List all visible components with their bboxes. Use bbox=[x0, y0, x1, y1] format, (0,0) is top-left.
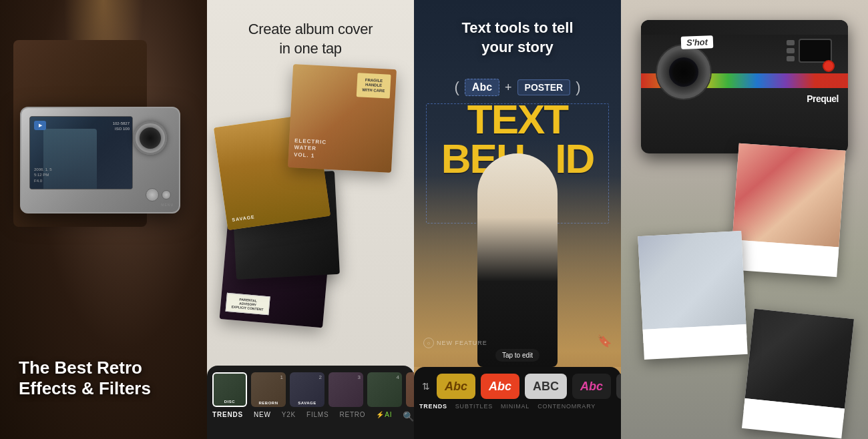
ctrl-btn-2 bbox=[787, 48, 795, 53]
ctrl-btn-1 bbox=[787, 40, 795, 45]
cd-1-sticker: FRAGILEHANDLEWITH CARE bbox=[357, 73, 391, 99]
text-option-1[interactable]: Abc bbox=[437, 374, 475, 399]
p3-tab-subtitles[interactable]: SUBTITLES bbox=[455, 403, 493, 410]
tab-new[interactable]: NEW bbox=[254, 411, 271, 422]
text-abc-label: Abc bbox=[465, 79, 499, 96]
panel-1-tagline: The Best RetroEffects & Filters bbox=[19, 358, 151, 399]
panel-2-header: Create album cover in one tap bbox=[207, 20, 414, 58]
panel-polaroid: Prequel S'hot bbox=[621, 0, 868, 439]
bookmark-icon[interactable]: 🔖 bbox=[597, 334, 612, 348]
p3-tab-minimal[interactable]: MINIMAL bbox=[501, 403, 529, 410]
p3-toolbar-top: ⇅ Abc Abc ABC Abc › bbox=[414, 367, 621, 402]
camera-body: Prequel S'hot bbox=[641, 20, 848, 153]
tagline-heading: The Best RetroEffects & Filters bbox=[19, 358, 151, 399]
camera-screen-inner: ▶ 102-5827 ISO 100 2006. 1. 5 5:12 PM F4… bbox=[30, 117, 132, 189]
polaroid-2 bbox=[638, 231, 747, 360]
camera-lens bbox=[134, 121, 167, 155]
new-feature-badge: ○ NEW FEATURE bbox=[423, 338, 487, 348]
thumb-3[interactable]: 3 bbox=[329, 372, 363, 407]
cds-area: FRAGILEHANDLEWITH CARE ELECTRICWATERVOL.… bbox=[227, 67, 394, 320]
panel-2-toolbar: disc REBORN 1 SAVAGE 2 3 4 5 TRENDS NEW bbox=[207, 366, 414, 439]
filter-icon-button[interactable]: ⇅ bbox=[422, 378, 430, 395]
camera-device: ▶ 102-5827 ISO 100 2006. 1. 5 5:12 PM F4… bbox=[20, 107, 180, 213]
tab-trends[interactable]: TRENDS bbox=[212, 411, 243, 422]
p3-tab-trends[interactable]: TRENDS bbox=[419, 403, 447, 410]
text-option-2[interactable]: Abc bbox=[481, 374, 519, 399]
new-feature-text: NEW FEATURE bbox=[437, 340, 487, 346]
thumb-reborn[interactable]: REBORN 1 bbox=[251, 372, 286, 407]
text-options-row: Abc Abc ABC Abc › bbox=[437, 374, 621, 399]
tab-films[interactable]: FILMS bbox=[306, 411, 329, 422]
text-tools-row: ( Abc + POSTER ) bbox=[414, 79, 621, 96]
text-poster-label: POSTER bbox=[517, 79, 571, 95]
new-feature-icon: ○ bbox=[423, 338, 434, 348]
tab-retro[interactable]: RETRO bbox=[339, 411, 365, 422]
polaroid-2-image bbox=[638, 231, 746, 330]
polaroid-3-image bbox=[745, 309, 854, 409]
camera-button-row bbox=[146, 188, 171, 201]
panel-retro-effects: ▶ 102-5827 ISO 100 2006. 1. 5 5:12 PM F4… bbox=[0, 0, 207, 439]
open-paren: ( bbox=[455, 79, 459, 96]
camera-viewfinder bbox=[799, 39, 832, 63]
thumb-5[interactable]: 5 bbox=[406, 372, 414, 407]
play-icon: ▶ bbox=[34, 121, 46, 130]
camera-button-1 bbox=[146, 188, 159, 201]
thumb-4[interactable]: 4 bbox=[367, 372, 402, 407]
person-silhouette bbox=[477, 153, 558, 367]
polaroid-1 bbox=[730, 143, 846, 278]
panel-3-toolbar: ⇅ Abc Abc ABC Abc › TRENDS SUBTITLES MIN… bbox=[414, 367, 621, 439]
camera-info: 102-5827 ISO 100 bbox=[113, 121, 130, 132]
cd-4-sticker: PARENTALADVISORYEXPLICIT CONTENT bbox=[226, 293, 270, 316]
shot-label: S'hot bbox=[681, 35, 714, 49]
text-option-3[interactable]: ABC bbox=[525, 374, 567, 399]
camera-lens-big bbox=[657, 45, 710, 99]
panel-3-header: Text tools to tell your story bbox=[414, 19, 621, 57]
ctrl-btn-3 bbox=[787, 56, 795, 61]
camera-button-2 bbox=[162, 190, 171, 199]
p3-toolbar-tabs: TRENDS SUBTITLES MINIMAL CONTENOMRARY bbox=[414, 402, 621, 411]
polaroid-camera: Prequel S'hot bbox=[641, 7, 848, 167]
tap-to-edit-label[interactable]: Tap to edit bbox=[495, 349, 539, 362]
camera-controls bbox=[787, 40, 795, 61]
big-text-line-1: TEXT bbox=[421, 100, 614, 139]
toolbar-thumbnails: disc REBORN 1 SAVAGE 2 3 4 5 bbox=[207, 366, 414, 407]
polaroid-3 bbox=[742, 309, 854, 439]
cd-1-label: ELECTRICWATERVOL. 1 bbox=[294, 137, 327, 160]
thumb-disc[interactable]: disc bbox=[212, 372, 247, 407]
camera-brand-label: Prequel bbox=[807, 93, 839, 104]
panel-album-cover: Create album cover in one tap FRAGILEHAN… bbox=[207, 0, 414, 439]
camera-menu-text: MENU bbox=[161, 203, 174, 207]
camera-lens-inner bbox=[140, 127, 161, 149]
text-option-more[interactable]: › bbox=[616, 374, 621, 399]
camera-screen: ▶ 102-5827 ISO 100 2006. 1. 5 5:12 PM F4… bbox=[29, 116, 133, 189]
thumb-savage[interactable]: SAVAGE 2 bbox=[290, 372, 324, 407]
polaroid-1-image bbox=[732, 143, 846, 248]
panel-text-tools: Text tools to tell your story ( Abc + PO… bbox=[414, 0, 621, 439]
plus-icon: + bbox=[505, 81, 512, 95]
shutter-button[interactable] bbox=[823, 60, 835, 72]
p3-tab-contemporary[interactable]: CONTENOMRARY bbox=[537, 403, 596, 410]
text-option-4[interactable]: Abc bbox=[572, 374, 611, 399]
polaroids-area bbox=[634, 147, 855, 427]
search-icon[interactable]: 🔍 bbox=[403, 411, 414, 422]
tab-y2k[interactable]: Y2K bbox=[282, 411, 296, 422]
camera-date: 2006. 1. 5 5:12 PM F4.0 bbox=[34, 167, 52, 183]
tab-ai[interactable]: ⚡AI bbox=[376, 411, 392, 422]
panel-3-person bbox=[414, 140, 621, 367]
camera-lens-center bbox=[669, 57, 698, 87]
cd-case-1: FRAGILEHANDLEWITH CARE ELECTRICWATERVOL.… bbox=[288, 64, 397, 173]
toolbar-tabs: TRENDS NEW Y2K FILMS RETRO ⚡AI 🔍 bbox=[207, 407, 414, 424]
camera-top-strip bbox=[641, 20, 848, 35]
close-paren: ) bbox=[576, 79, 580, 96]
